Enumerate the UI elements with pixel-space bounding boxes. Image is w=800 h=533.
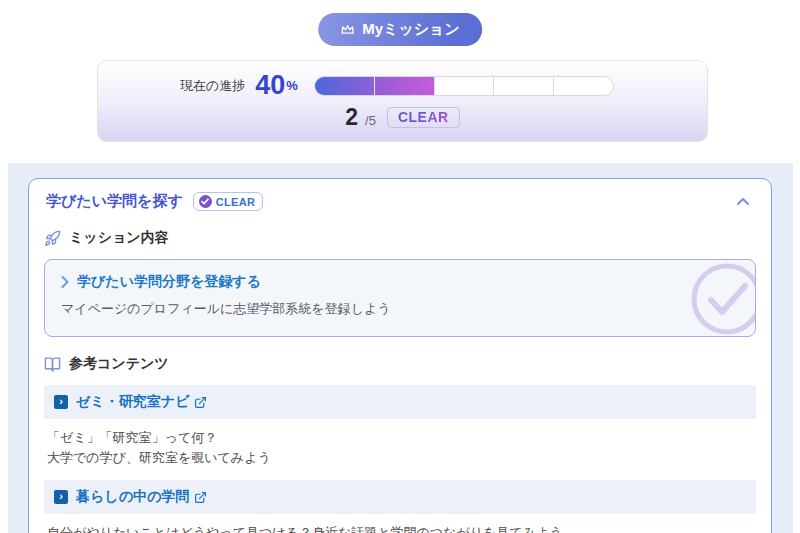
progress-segment: [554, 77, 613, 95]
progress-count: 2: [345, 106, 358, 129]
book-open-icon: [44, 356, 61, 373]
content-description-2: 自分がやりたいことはどうやって見つける？身近な話題と学問のつながりを見てみよう: [44, 514, 756, 533]
mission-card: 学びたい学問を探す CLEAR: [28, 178, 772, 533]
content-link-1[interactable]: ゼミ・研究室ナビ: [76, 393, 207, 411]
chevron-up-icon: [736, 197, 750, 206]
progress-segment: [494, 77, 554, 95]
progress-clear-badge: CLEAR: [387, 107, 460, 128]
mission-card-title: 学びたい学問を探す: [46, 192, 183, 211]
mission-item-link-row[interactable]: 学びたい学問分野を登録する: [61, 273, 665, 291]
my-mission-badge[interactable]: Myミッション: [318, 13, 482, 46]
content-description-1: 「ゼミ」「研究室」って何？ 大学での学び、研究室を覗いてみよう: [44, 419, 756, 474]
progress-percent: 40: [255, 72, 285, 99]
external-link-icon: [194, 491, 207, 504]
mission-item-description: マイページのプロフィールに志望学部系統を登録しよう: [61, 300, 665, 318]
content-banner: › ゼミ・研究室ナビ: [44, 385, 756, 419]
mission-item-link[interactable]: 学びたい学問分野を登録する: [77, 273, 261, 291]
content-description-line: 大学での学び、研究室を覗いてみよう: [47, 448, 753, 468]
content-banner: › 暮らしの中の学問: [44, 480, 756, 514]
content-link-2[interactable]: 暮らしの中の学問: [76, 488, 207, 506]
check-circle-icon: [199, 195, 212, 208]
arrow-square-icon: ›: [54, 395, 68, 409]
progress-bar: [314, 76, 614, 96]
mission-item-box: 学びたい学問分野を登録する マイページのプロフィールに志望学部系統を登録しよう: [44, 259, 756, 337]
progress-segment: [435, 77, 495, 95]
chevron-right-icon: [61, 276, 69, 288]
clear-status-badge: CLEAR: [193, 192, 263, 211]
reference-section-label: 参考コンテンツ: [69, 355, 169, 373]
mission-section-heading: ミッション内容: [44, 229, 756, 247]
content-description-line: 自分がやりたいことはどうやって見つける？身近な話題と学問のつながりを見てみよう: [47, 523, 753, 533]
mission-section-label: ミッション内容: [69, 229, 169, 247]
progress-percent-unit: %: [286, 78, 298, 93]
content-link-2-label: 暮らしの中の学問: [76, 488, 189, 506]
reference-section-heading: 参考コンテンツ: [44, 355, 756, 373]
collapse-card-button[interactable]: [732, 193, 754, 210]
arrow-square-icon: ›: [54, 490, 68, 504]
progress-segment: [375, 77, 435, 95]
progress-segment: [315, 77, 375, 95]
mission-list-section: 学びたい学問を探す CLEAR: [8, 163, 793, 533]
rocket-icon: [44, 230, 61, 247]
progress-card: 現在の進捗 40 % 2 /5 CLEAR: [97, 60, 708, 142]
mission-card-header: 学びたい学問を探す CLEAR: [44, 179, 756, 215]
content-link-1-label: ゼミ・研究室ナビ: [76, 393, 189, 411]
external-link-icon: [194, 396, 207, 409]
progress-total: /5: [365, 113, 376, 128]
progress-label: 現在の進捗: [180, 77, 245, 95]
crown-icon: [340, 23, 355, 36]
completed-check-icon: [689, 261, 756, 337]
content-description-line: 「ゼミ」「研究室」って何？: [47, 428, 753, 448]
clear-status-label: CLEAR: [216, 196, 255, 208]
my-mission-label: Myミッション: [362, 20, 460, 39]
